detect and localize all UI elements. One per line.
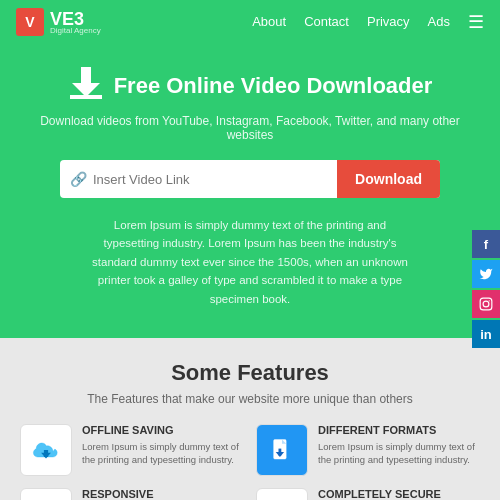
- nav-contact[interactable]: Contact: [304, 14, 349, 29]
- features-subtitle: The Features that make our website more …: [20, 392, 480, 406]
- linkedin-button[interactable]: in: [472, 320, 500, 348]
- search-bar: 🔗 Download: [60, 160, 440, 198]
- offline-saving-label: OFFLINE SAVING: [82, 424, 244, 436]
- svg-rect-2: [70, 95, 102, 99]
- features-section: Some Features The Features that make our…: [0, 338, 500, 500]
- hero-title-container: Free Online Video Downloader: [40, 65, 460, 106]
- features-grid: OFFLINE SAVING Lorem Ipsum is simply dum…: [20, 424, 480, 500]
- download-button[interactable]: Download: [337, 160, 440, 198]
- cloud-download-icon: [32, 436, 60, 464]
- different-formats-icon-box: [256, 424, 308, 476]
- logo: V VE3 Digital Agency: [16, 8, 101, 36]
- offline-saving-icon-box: [20, 424, 72, 476]
- svg-rect-16: [480, 298, 492, 310]
- feature-completely-secure: ✓ COMPLETELY SECURE Lorem Ipsum is simpl…: [256, 488, 480, 500]
- nav-links: About Contact Privacy Ads ☰: [252, 11, 484, 33]
- download-arrow-icon: [68, 65, 104, 106]
- hero-title: Free Online Video Downloader: [114, 73, 433, 99]
- logo-icon: V: [16, 8, 44, 36]
- hamburger-menu[interactable]: ☰: [468, 11, 484, 33]
- twitter-button[interactable]: [472, 260, 500, 288]
- logo-sub: Digital Agency: [50, 26, 101, 35]
- hero-section: Free Online Video Downloader Download vi…: [0, 43, 500, 338]
- completely-secure-label: COMPLETELY SECURE: [318, 488, 480, 500]
- link-icon: 🔗: [70, 171, 87, 187]
- svg-rect-0: [81, 67, 91, 83]
- completely-secure-icon-box: ✓: [256, 488, 308, 500]
- social-sidebar: f in: [472, 230, 500, 348]
- features-title: Some Features: [20, 360, 480, 386]
- different-formats-content: DIFFERENT FORMATS Lorem Ipsum is simply …: [318, 424, 480, 467]
- different-formats-label: DIFFERENT FORMATS: [318, 424, 480, 436]
- feature-offline-saving: OFFLINE SAVING Lorem Ipsum is simply dum…: [20, 424, 244, 476]
- different-formats-desc: Lorem Ipsum is simply dummy text of the …: [318, 440, 480, 467]
- video-url-input[interactable]: [93, 172, 327, 187]
- feature-responsive: RESPONSIVE Lorem Ipsum is simply dummy t…: [20, 488, 244, 500]
- responsive-label: RESPONSIVE: [82, 488, 244, 500]
- responsive-icon-box: [20, 488, 72, 500]
- svg-point-18: [489, 300, 490, 301]
- instagram-button[interactable]: [472, 290, 500, 318]
- file-download-icon: [268, 436, 296, 464]
- offline-saving-desc: Lorem Ipsum is simply dummy text of the …: [82, 440, 244, 467]
- hero-subtitle: Download videos from YouTube, Instagram,…: [40, 114, 460, 142]
- facebook-button[interactable]: f: [472, 230, 500, 258]
- responsive-content: RESPONSIVE Lorem Ipsum is simply dummy t…: [82, 488, 244, 500]
- nav-privacy[interactable]: Privacy: [367, 14, 410, 29]
- hero-description: Lorem Ipsum is simply dummy text of the …: [90, 216, 410, 308]
- nav-ads[interactable]: Ads: [428, 14, 450, 29]
- completely-secure-content: COMPLETELY SECURE Lorem Ipsum is simply …: [318, 488, 480, 500]
- offline-saving-content: OFFLINE SAVING Lorem Ipsum is simply dum…: [82, 424, 244, 467]
- svg-point-17: [483, 301, 489, 307]
- svg-marker-1: [72, 83, 100, 97]
- nav-about[interactable]: About: [252, 14, 286, 29]
- navbar: V VE3 Digital Agency About Contact Priva…: [0, 0, 500, 43]
- feature-different-formats: DIFFERENT FORMATS Lorem Ipsum is simply …: [256, 424, 480, 476]
